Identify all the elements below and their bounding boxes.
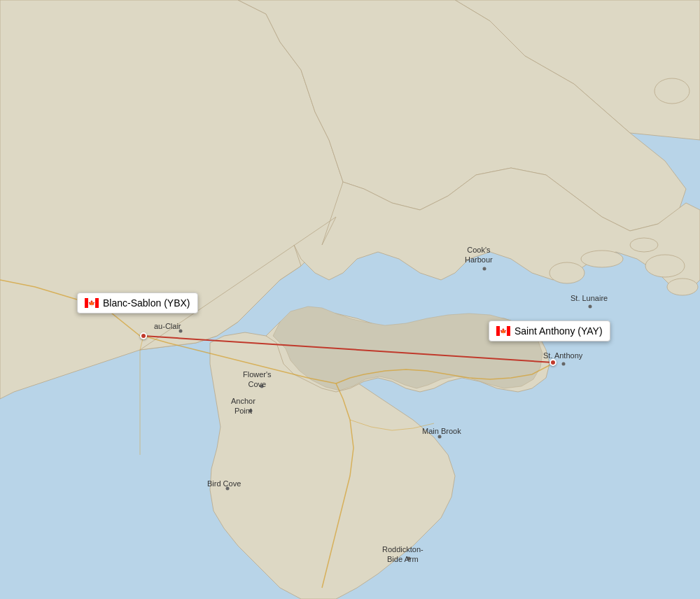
label-anchor-point: AnchorPoint	[231, 396, 255, 416]
svg-point-11	[438, 435, 442, 439]
label-roddickton: Roddickton-Bide Arm	[382, 544, 424, 565]
svg-point-5	[667, 279, 698, 295]
location-box-ybx: Blanc-Sablon (YBX)	[77, 293, 198, 313]
svg-point-2	[581, 251, 623, 267]
label-st-lunaire: St. Lunaire	[570, 294, 608, 302]
svg-point-1	[550, 262, 584, 283]
svg-point-3	[630, 238, 658, 252]
location-label-yay: Saint Anthony (YAY)	[514, 325, 603, 337]
svg-point-14	[483, 267, 486, 271]
label-cooks-harbour: Cook'sHarbour	[465, 245, 493, 265]
flag-ca-yay	[496, 326, 510, 336]
svg-point-16	[562, 362, 566, 366]
label-flowers-cove: Flower'sCove	[243, 369, 272, 390]
label-main-brook: Main Brook	[422, 427, 461, 435]
location-box-yay: Saint Anthony (YAY)	[489, 320, 610, 341]
location-dot-yay	[550, 359, 556, 366]
location-label-ybx: Blanc-Sablon (YBX)	[103, 297, 190, 309]
svg-point-6	[654, 78, 690, 104]
label-bird-cove: Bird Cove	[207, 479, 241, 488]
svg-point-15	[589, 305, 592, 309]
svg-point-4	[645, 255, 685, 277]
label-st-anthony-town: St. Anthony	[543, 351, 582, 360]
label-au-clair: au-Clair	[154, 322, 181, 330]
location-dot-ybx	[140, 332, 147, 339]
flag-ca-ybx	[85, 298, 99, 308]
map-container: Blanc-Sablon (YBX) Saint Anthony (YAY) C…	[0, 0, 700, 599]
